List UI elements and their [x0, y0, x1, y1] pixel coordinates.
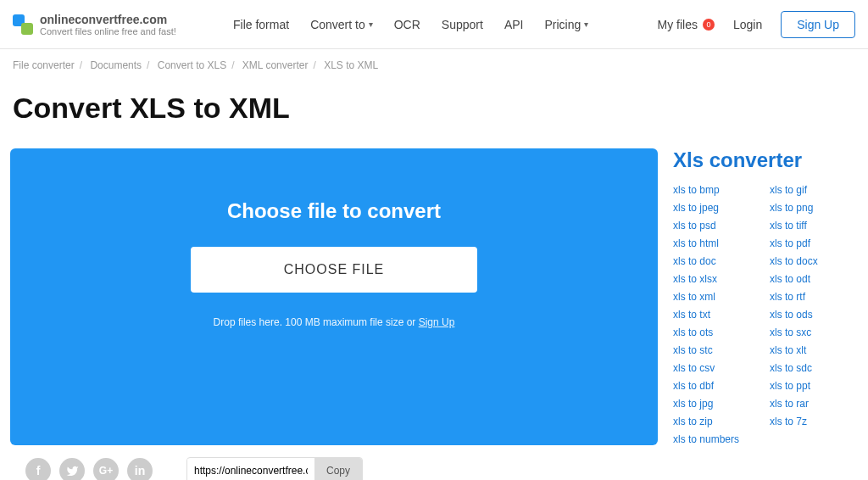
nav-ocr[interactable]: OCR [394, 18, 420, 31]
share-url-group: Copy [186, 457, 363, 480]
converter-link[interactable]: xls to png [770, 202, 858, 214]
choose-file-button[interactable]: CHOOSE FILE [191, 247, 478, 293]
converter-link[interactable]: xls to doc [673, 255, 761, 267]
converter-link[interactable]: xls to ppt [770, 380, 858, 392]
breadcrumb: File converter/ Documents/ Convert to XL… [0, 49, 868, 78]
converter-link[interactable]: xls to xlsx [673, 273, 761, 285]
upload-title: Choose file to convert [227, 199, 441, 223]
converter-link[interactable]: xls to stc [673, 344, 761, 356]
converter-link[interactable]: xls to sdc [770, 362, 858, 374]
brand-tagline: Convert files online free and fast! [40, 26, 176, 36]
converter-link[interactable]: xls to docx [770, 255, 858, 267]
breadcrumb-item[interactable]: File converter [13, 59, 75, 71]
converter-link[interactable]: xls to jpeg [673, 202, 761, 214]
converter-link[interactable]: xls to zip [673, 416, 761, 427]
converter-link[interactable]: xls to html [673, 237, 761, 249]
files-count-badge: 0 [703, 19, 715, 31]
facebook-icon[interactable]: f [25, 458, 51, 480]
nav-pricing[interactable]: Pricing▾ [544, 18, 588, 31]
breadcrumb-item[interactable]: Documents [90, 59, 142, 71]
converter-link[interactable]: xls to ods [770, 309, 858, 321]
upload-hint: Drop files here. 100 MB maximum file siz… [214, 316, 455, 328]
converter-link[interactable]: xls to csv [673, 362, 761, 374]
chevron-down-icon: ▾ [584, 20, 588, 29]
converter-link[interactable]: xls to pdf [770, 237, 858, 249]
converter-link[interactable]: xls to rtf [770, 291, 858, 303]
signup-inline-link[interactable]: Sign Up [419, 316, 455, 328]
googleplus-icon[interactable]: G+ [93, 458, 119, 480]
header: onlineconvertfree.com Convert files onli… [0, 0, 868, 49]
converter-link[interactable]: xls to xml [673, 291, 761, 303]
share-url-input[interactable] [187, 459, 314, 480]
twitter-icon[interactable] [59, 458, 85, 480]
nav-api[interactable]: API [504, 18, 524, 31]
logo[interactable]: onlineconvertfree.com Convert files onli… [13, 13, 208, 36]
chevron-down-icon: ▾ [369, 20, 373, 29]
converter-link[interactable]: xls to numbers [673, 433, 761, 445]
breadcrumb-item[interactable]: XML converter [242, 59, 309, 71]
converter-link[interactable]: xls to dbf [673, 380, 761, 392]
breadcrumb-current: XLS to XML [324, 59, 378, 71]
share-bar: f G+ in Copy [0, 445, 868, 480]
breadcrumb-item[interactable]: Convert to XLS [158, 59, 226, 71]
converter-link[interactable]: xls to rar [770, 398, 858, 410]
copy-button[interactable]: Copy [314, 458, 362, 480]
converter-link[interactable]: xls to psd [673, 220, 761, 232]
upload-panel: Choose file to convert CHOOSE FILE Drop … [10, 148, 658, 445]
converter-link[interactable]: xls to bmp [673, 184, 761, 196]
converter-sidebar: Xls converter xls to bmpxls to jpegxls t… [673, 148, 858, 445]
nav-convert-to[interactable]: Convert to▾ [310, 18, 373, 31]
converter-link[interactable]: xls to ots [673, 327, 761, 338]
converter-link[interactable]: xls to odt [770, 273, 858, 285]
login-link[interactable]: Login [733, 18, 762, 31]
signup-button[interactable]: Sign Up [781, 11, 855, 38]
sidebar-title: Xls converter [673, 148, 858, 172]
converter-link[interactable]: xls to tiff [770, 220, 858, 232]
converter-link[interactable]: xls to xlt [770, 344, 858, 356]
main-nav: File format Convert to▾ OCR Support API … [233, 18, 588, 31]
my-files-link[interactable]: My files 0 [657, 18, 714, 31]
logo-icon [13, 14, 33, 35]
nav-support[interactable]: Support [442, 18, 483, 31]
converter-link[interactable]: xls to jpg [673, 398, 761, 410]
converter-link[interactable]: xls to 7z [770, 416, 858, 427]
nav-file-format[interactable]: File format [233, 18, 289, 31]
converter-link[interactable]: xls to txt [673, 309, 761, 321]
converter-link[interactable]: xls to sxc [770, 327, 858, 338]
linkedin-icon[interactable]: in [127, 458, 153, 480]
header-right: My files 0 Login Sign Up [657, 11, 855, 38]
converter-link[interactable]: xls to gif [770, 184, 858, 196]
brand-name: onlineconvertfree.com [40, 13, 176, 26]
page-title: Convert XLS to XML [0, 78, 868, 148]
